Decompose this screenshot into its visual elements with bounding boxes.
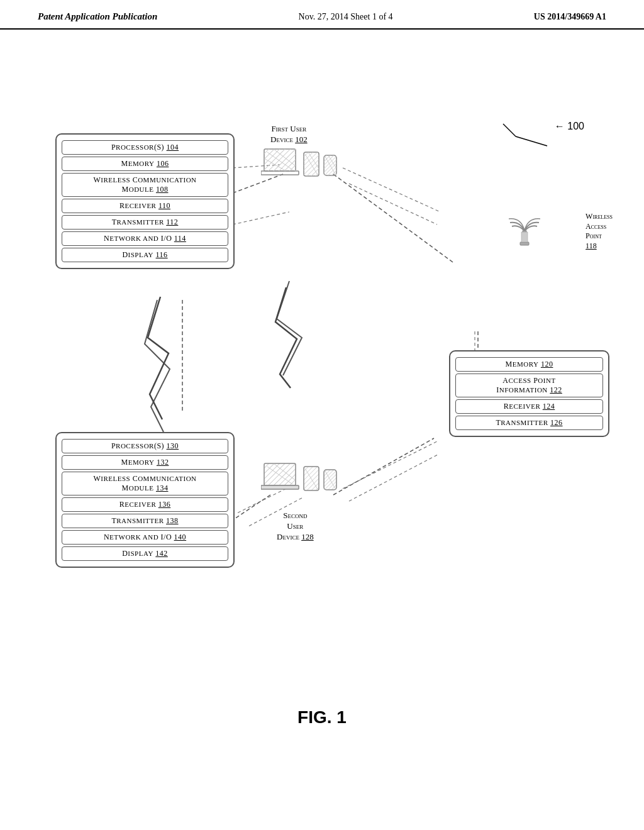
svg-line-1 <box>333 174 453 262</box>
second-user-devices <box>261 460 349 513</box>
first-user-devices <box>261 146 349 199</box>
page-header: Patent Application Publication Nov. 27, … <box>0 0 644 30</box>
header-right: US 2014/349669 A1 <box>534 12 606 22</box>
network-io-140: NETWORK AND I/O 140 <box>62 530 228 545</box>
svg-line-11 <box>349 184 437 224</box>
diagram-area: ← 100 First UserDevice 102 <box>0 30 644 765</box>
receiver-136: RECEIVER 136 <box>62 497 228 512</box>
svg-line-9 <box>233 212 289 224</box>
display-142: DISPLAY 142 <box>62 546 228 561</box>
svg-rect-19 <box>264 149 296 171</box>
svg-line-10 <box>343 168 440 212</box>
svg-line-6 <box>516 136 547 146</box>
header-left: Patent Application Publication <box>38 11 157 22</box>
svg-line-15 <box>343 441 437 489</box>
svg-rect-41 <box>261 485 299 489</box>
memory-120: MEMORY 120 <box>455 357 603 372</box>
memory-106: MEMORY 106 <box>62 157 228 171</box>
wireless-ap-icon-area <box>509 209 540 249</box>
receiver-110: RECEIVER 110 <box>62 199 228 213</box>
memory-132: MEMORY 132 <box>62 455 228 470</box>
transmitter-112: TRANSMITTER 112 <box>62 215 228 230</box>
figure-label: FIG. 1 <box>297 707 347 728</box>
wireless-comm-108: WIRELESS COMMUNICATION MODULE 108 <box>62 173 228 197</box>
wireless-comm-134: WIRELESS COMMUNICATION MODULE 134 <box>62 472 228 495</box>
box3-second-user-device: PROCESSOR(S) 130 MEMORY 132 WIRELESS COM… <box>55 432 235 568</box>
transmitter-126: TRANSMITTER 126 <box>455 416 603 430</box>
processor-130: PROCESSOR(S) 130 <box>62 439 228 453</box>
access-point-info-122: ACCESS POINT INFORMATION 122 <box>455 374 603 397</box>
processor-104: PROCESSOR(S) 104 <box>62 140 228 155</box>
svg-rect-40 <box>264 463 296 485</box>
header-center: Nov. 27, 2014 Sheet 1 of 4 <box>299 12 393 22</box>
svg-rect-36 <box>521 232 528 242</box>
receiver-124: RECEIVER 124 <box>455 399 603 414</box>
box1-first-user-device: PROCESSOR(S) 104 MEMORY 106 WIRELESS COM… <box>55 133 235 269</box>
display-116: DISPLAY 116 <box>62 248 228 262</box>
wireless-ap-label: WirelessAccessPoint118 <box>586 212 613 251</box>
svg-line-16 <box>349 454 439 501</box>
svg-rect-18 <box>261 171 299 175</box>
box2-ap-components: MEMORY 120 ACCESS POINT INFORMATION 122 … <box>449 350 609 437</box>
first-user-device-label: First UserDevice 102 <box>270 124 308 145</box>
transmitter-138: TRANSMITTER 138 <box>62 514 228 528</box>
svg-line-7 <box>503 124 516 136</box>
second-user-device-label: SecondUserDevice 128 <box>277 511 314 543</box>
svg-rect-35 <box>520 242 529 245</box>
network-io-114: NETWORK AND I/O 114 <box>62 231 228 246</box>
ref-100: ← 100 <box>555 121 584 132</box>
